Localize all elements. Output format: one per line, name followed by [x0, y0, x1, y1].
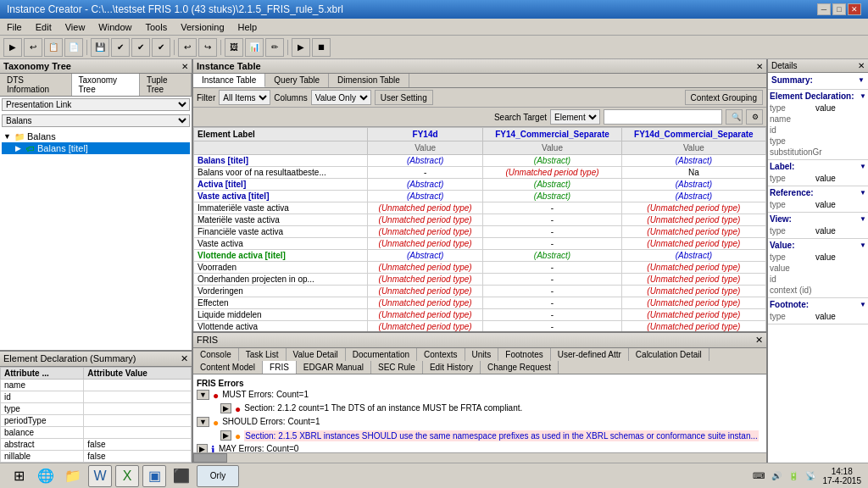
tree-filter-select[interactable]: Presentation Link — [2, 98, 190, 111]
taskbar-start[interactable]: ⊞ — [7, 465, 31, 487]
fris-tab-secrule[interactable]: SEC Rule — [371, 361, 423, 374]
fris-tab-calcdetail[interactable]: Calculation Detail — [629, 348, 709, 361]
must-error-expand-child[interactable]: ▶ — [220, 403, 231, 413]
taxonomy-tree-header: Taxonomy Tree ✕ — [0, 59, 192, 74]
taxonomy-tree-close[interactable]: ✕ — [181, 62, 188, 71]
table-row[interactable]: Immateriële vaste activa(Unmatched perio… — [194, 202, 766, 214]
search-btn-1[interactable]: 🔍 — [726, 109, 743, 125]
summary-dropdown[interactable]: Summary: ▼ — [770, 75, 866, 86]
table-row[interactable]: Materiële vaste activa(Unmatched period … — [194, 214, 766, 226]
toolbar-btn-3[interactable]: 📋 — [44, 38, 63, 57]
toolbar-btn-4[interactable]: 📄 — [64, 38, 83, 57]
table-row[interactable]: Vaste activa(Unmatched period type)-(Unm… — [194, 238, 766, 250]
table-row[interactable]: Vorderingen(Unmatched period type)-(Unma… — [194, 286, 766, 297]
fris-tab-footnotes[interactable]: Footnotes — [498, 348, 550, 361]
cell-val1: (Abstract) — [367, 179, 483, 191]
maximize-button[interactable]: □ — [832, 3, 846, 15]
fris-tab-contexts[interactable]: Contexts — [417, 348, 465, 361]
reference-type-row: type value — [770, 199, 866, 210]
search-btn-2[interactable]: ⚙ — [746, 109, 763, 125]
toolbar-btn-15[interactable]: ⏹ — [312, 38, 331, 57]
instance-table-close[interactable]: ✕ — [756, 62, 763, 71]
user-setting-button[interactable]: User Setting — [375, 90, 433, 105]
toolbar-btn-13[interactable]: ✏ — [265, 38, 284, 57]
menu-view[interactable]: View — [62, 20, 89, 34]
menu-tools[interactable]: Tools — [142, 20, 170, 34]
should-errors-expand[interactable]: ▼ — [197, 417, 209, 427]
instance-table-scroll[interactable]: Element Label FY14d FY14_Commercial_Sepa… — [193, 127, 766, 331]
table-row[interactable]: Liquide middelen(Unmatched period type)-… — [194, 309, 766, 321]
should-error-expand-child[interactable]: ▶ — [220, 430, 231, 441]
table-row[interactable]: Balans voor of na resultaatbeste...-(Unm… — [194, 167, 766, 179]
fris-tab-console[interactable]: Console — [193, 348, 239, 361]
toolbar-btn-11[interactable]: 🖼 — [225, 38, 243, 57]
fris-tab-fris[interactable]: FRIS — [263, 361, 297, 374]
fris-horizontal-scroll[interactable] — [193, 452, 766, 463]
minimize-button[interactable]: ─ — [817, 3, 831, 15]
tree-item-balans[interactable]: ▼ 📁 Balans — [2, 130, 190, 142]
table-row[interactable]: Financiële vaste activa(Unmatched period… — [194, 226, 766, 238]
table-row[interactable]: Vlottende activa [titel](Abstract)(Abstr… — [194, 250, 766, 262]
toolbar-btn-6[interactable]: ✔ — [111, 38, 130, 57]
menu-window[interactable]: Window — [95, 20, 135, 34]
fris-tab-changerequest[interactable]: Change Request — [481, 361, 559, 374]
toolbar-btn-5[interactable]: 💾 — [91, 38, 109, 57]
columns-select[interactable]: Value Only — [311, 90, 371, 105]
toolbar-btn-7[interactable]: ✔ — [131, 38, 150, 57]
table-row[interactable]: Activa [titel](Abstract)(Abstract)(Abstr… — [194, 179, 766, 191]
tab-dimension-table[interactable]: Dimension Table — [329, 74, 409, 87]
fris-tab-userattr[interactable]: User-defined Attr — [551, 348, 629, 361]
fris-panel-close[interactable]: ✕ — [755, 335, 763, 346]
fris-tab-documentation[interactable]: Documentation — [346, 348, 417, 361]
toolbar-btn-8[interactable]: ✔ — [152, 38, 170, 57]
tree-item-balans-titel[interactable]: ▶ 🏷 Balans [titel] — [2, 142, 190, 154]
context-grouping-button[interactable]: Context Grouping — [685, 90, 763, 105]
taskbar-ie[interactable]: 🌐 — [34, 465, 58, 487]
toolbar-btn-9[interactable]: ↩ — [178, 38, 197, 57]
taskbar-orly[interactable]: Orly — [197, 465, 239, 487]
menu-help[interactable]: Help — [235, 20, 261, 34]
fris-tab-contentmodel[interactable]: Content Model — [193, 361, 263, 374]
tab-taxonomy-tree[interactable]: Taxonomy Tree — [72, 74, 140, 96]
table-row[interactable]: Vaste activa [titel](Abstract)(Abstract)… — [194, 191, 766, 202]
search-input[interactable] — [604, 109, 722, 125]
table-row[interactable]: Balans [titel](Abstract)(Abstract)(Abstr… — [194, 155, 766, 167]
tab-dts-info[interactable]: DTS Information — [0, 74, 72, 96]
tab-instance-table[interactable]: Instance Table — [193, 74, 265, 87]
details-close[interactable]: ✕ — [858, 61, 865, 70]
menu-bar: File Edit View Window Tools Versioning H… — [0, 19, 868, 36]
fris-tab-valuedetail[interactable]: Value Detail — [287, 348, 346, 361]
toolbar-btn-12[interactable]: 📊 — [245, 38, 264, 57]
table-row[interactable]: Effecten(Unmatched period type)-(Unmatch… — [194, 297, 766, 309]
taskbar-excel[interactable]: X — [115, 465, 139, 487]
search-target-select[interactable]: Element — [550, 109, 600, 125]
fris-tab-units[interactable]: Units — [465, 348, 499, 361]
tab-tuple-tree[interactable]: Tuple Tree — [140, 74, 192, 96]
taskbar-word[interactable]: W — [88, 465, 112, 487]
toolbar-btn-10[interactable]: ↪ — [198, 38, 217, 57]
filter-select[interactable]: All Items — [219, 90, 270, 105]
toolbar-btn-1[interactable]: ▶ — [3, 38, 22, 57]
taskbar-app[interactable]: ▣ — [142, 465, 166, 487]
menu-versioning[interactable]: Versioning — [177, 20, 227, 34]
toolbar-btn-2[interactable]: ↩ — [24, 38, 42, 57]
toolbar-btn-14[interactable]: ▶ — [292, 38, 310, 57]
tree-filter-select2[interactable]: Balans — [2, 114, 190, 127]
fris-tab-edgar[interactable]: EDGAR Manual — [297, 361, 371, 374]
fris-tab-tasklist[interactable]: Task List — [239, 348, 287, 361]
tab-query-table[interactable]: Query Table — [265, 74, 329, 87]
h-scrollbar-thumb[interactable] — [193, 453, 227, 463]
fris-tab-edithistory[interactable]: Edit History — [423, 361, 481, 374]
element-declaration-close[interactable]: ✕ — [181, 353, 188, 364]
menu-file[interactable]: File — [3, 20, 25, 34]
taskbar-explorer[interactable]: 📁 — [61, 465, 85, 487]
may-errors-expand[interactable]: ▶ — [197, 444, 208, 452]
table-row[interactable]: Onderhanden projecten in op...(Unmatched… — [194, 274, 766, 286]
taskbar-cmd[interactable]: ⬛ — [170, 465, 193, 487]
close-button[interactable]: ✕ — [848, 3, 861, 15]
table-row[interactable]: Voorraden(Unmatched period type)-(Unmatc… — [194, 262, 766, 274]
must-errors-expand[interactable]: ▼ — [197, 390, 209, 400]
value-context-row: context (id) — [770, 285, 866, 296]
menu-edit[interactable]: Edit — [32, 20, 55, 34]
table-row[interactable]: Vlottende activa(Unmatched period type)-… — [194, 321, 766, 332]
